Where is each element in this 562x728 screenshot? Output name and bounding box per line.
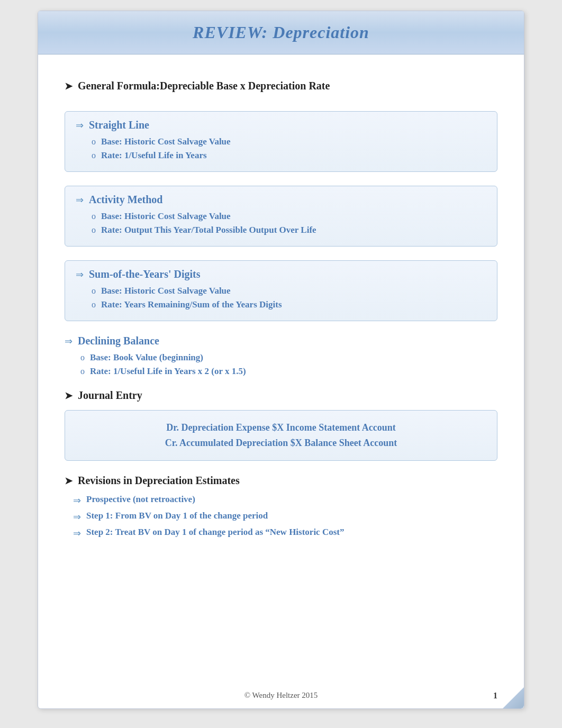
arrow-black-je-icon: ➤ — [65, 390, 72, 402]
arrow-blue-rev2-icon: ⇒ — [73, 511, 81, 523]
main-page: REVIEW: Depreciation ➤ General Formula:D… — [38, 11, 524, 709]
arrow-blue-am-icon: ⇒ — [76, 194, 84, 206]
footer-copyright: © Wendy Heltzer 2015 — [244, 691, 318, 700]
revisions-section: ➤ Revisions in Depreciation Estimates ⇒ … — [65, 475, 497, 539]
straight-line-item-2: Rate: 1/Useful Life in Years — [101, 150, 207, 161]
straight-line-title: Straight Line — [89, 119, 149, 131]
bullet-icon: o — [92, 212, 96, 221]
sum-of-years-section: ⇒ Sum-of-the-Years' Digits o Base: Histo… — [65, 260, 497, 321]
straight-line-items: o Base: Historic Cost Salvage Value o Ra… — [76, 136, 486, 161]
sum-of-years-title: Sum-of-the-Years' Digits — [89, 268, 201, 280]
activity-method-header: ⇒ Activity Method — [76, 194, 486, 206]
footer: © Wendy Heltzer 2015 1 — [38, 691, 524, 700]
revisions-item-2: Step 1: From BV on Day 1 of the change p… — [86, 511, 268, 521]
bullet-icon: o — [92, 137, 96, 147]
revisions-title: Revisions in Depreciation Estimates — [78, 475, 240, 487]
arrow-blue-db-icon: ⇒ — [65, 335, 72, 347]
bullet-icon: o — [92, 225, 96, 235]
bullet-icon: o — [80, 353, 85, 362]
activity-method-title: Activity Method — [89, 194, 162, 206]
straight-line-item-1: Base: Historic Cost Salvage Value — [101, 136, 231, 147]
list-item: o Base: Historic Cost Salvage Value — [92, 211, 486, 222]
list-item: ⇒ Step 2: Treat BV on Day 1 of change pe… — [73, 527, 497, 539]
straight-line-header: ⇒ Straight Line — [76, 119, 486, 131]
declining-balance-title: Declining Balance — [78, 335, 159, 347]
list-item: o Rate: Years Remaining/Sum of the Years… — [92, 299, 486, 310]
list-item: o Rate: 1/Useful Life in Years x 2 (or x… — [80, 366, 497, 377]
footer-page-number: 1 — [493, 691, 497, 700]
revisions-item-1: Prospective (not retroactive) — [86, 494, 195, 505]
sum-of-years-header: ⇒ Sum-of-the-Years' Digits — [76, 268, 486, 280]
activity-method-section: ⇒ Activity Method o Base: Historic Cost … — [65, 186, 497, 247]
content-area: ➤ General Formula:Depreciable Base x Dep… — [38, 70, 524, 557]
journal-entry-box: Dr. Depreciation Expense $X Income State… — [65, 410, 497, 461]
revisions-items: ⇒ Prospective (not retroactive) ⇒ Step 1… — [65, 494, 497, 539]
list-item: ⇒ Prospective (not retroactive) — [73, 494, 497, 506]
straight-line-section: ⇒ Straight Line o Base: Historic Cost Sa… — [65, 111, 497, 172]
list-item: o Base: Historic Cost Salvage Value — [92, 286, 486, 296]
activity-method-item-2: Rate: Output This Year/Total Possible Ou… — [101, 225, 316, 235]
declining-balance-header: ⇒ Declining Balance — [65, 335, 497, 347]
bullet-icon: o — [92, 300, 96, 310]
arrow-blue-sy-icon: ⇒ — [76, 269, 84, 280]
revisions-item-3: Step 2: Treat BV on Day 1 of change peri… — [86, 527, 344, 538]
page-title: REVIEW: Depreciation — [193, 23, 369, 42]
sum-of-years-item-1: Base: Historic Cost Salvage Value — [101, 286, 231, 296]
activity-method-items: o Base: Historic Cost Salvage Value o Ra… — [76, 211, 486, 235]
list-item: ⇒ Step 1: From BV on Day 1 of the change… — [73, 511, 497, 523]
general-formula-text: General Formula:Depreciable Base x Depre… — [78, 80, 330, 92]
bullet-icon: o — [92, 151, 96, 160]
journal-line-1: Dr. Depreciation Expense $X Income State… — [76, 420, 486, 435]
title-banner: REVIEW: Depreciation — [38, 11, 524, 54]
general-formula-section: ➤ General Formula:Depreciable Base x Dep… — [65, 76, 497, 96]
declining-balance-item-2: Rate: 1/Useful Life in Years x 2 (or x 1… — [90, 366, 246, 377]
list-item: o Rate: 1/Useful Life in Years — [92, 150, 486, 161]
declining-balance-items: o Base: Book Value (beginning) o Rate: 1… — [65, 352, 497, 377]
arrow-blue-sl-icon: ⇒ — [76, 120, 84, 131]
arrow-black-icon: ➤ — [65, 80, 72, 92]
bullet-icon: o — [80, 367, 85, 376]
sum-of-years-items: o Base: Historic Cost Salvage Value o Ra… — [76, 286, 486, 310]
list-item: o Base: Historic Cost Salvage Value — [92, 136, 486, 147]
declining-balance-item-1: Base: Book Value (beginning) — [90, 352, 203, 363]
list-item: o Base: Book Value (beginning) — [80, 352, 497, 363]
sum-of-years-item-2: Rate: Years Remaining/Sum of the Years D… — [101, 299, 282, 310]
bullet-icon: o — [92, 286, 96, 296]
activity-method-item-1: Base: Historic Cost Salvage Value — [101, 211, 231, 222]
journal-line-2: Cr. Accumulated Depreciation $X Balance … — [76, 435, 486, 451]
revisions-header: ➤ Revisions in Depreciation Estimates — [65, 475, 497, 487]
journal-entry-title: Journal Entry — [78, 389, 142, 402]
arrow-blue-rev1-icon: ⇒ — [73, 495, 81, 506]
arrow-black-rev-icon: ➤ — [65, 475, 72, 487]
list-item: o Rate: Output This Year/Total Possible … — [92, 225, 486, 235]
declining-balance-section: ⇒ Declining Balance o Base: Book Value (… — [65, 335, 497, 377]
journal-entry-header: ➤ Journal Entry — [65, 389, 497, 402]
arrow-blue-rev3-icon: ⇒ — [73, 527, 81, 539]
